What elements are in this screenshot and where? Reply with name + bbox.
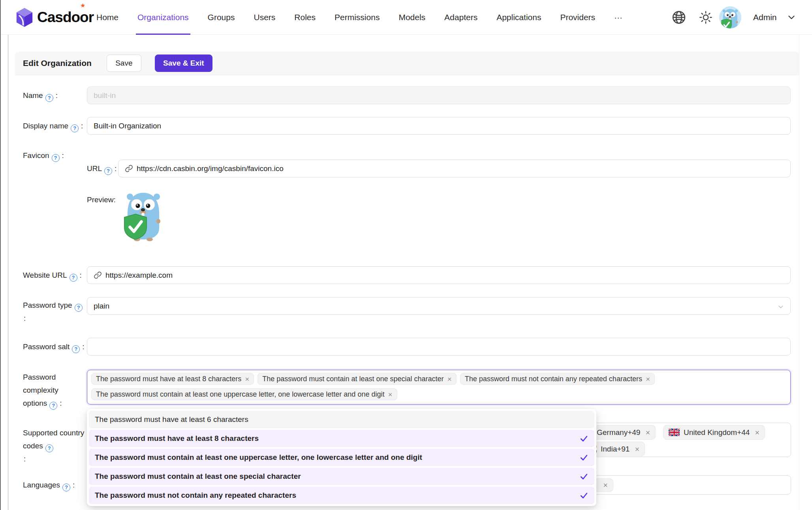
close-icon[interactable]: × <box>645 429 650 437</box>
help-icon[interactable]: ? <box>104 167 112 175</box>
gopher-avatar[interactable] <box>719 6 741 28</box>
favicon-label: Favicon?: <box>23 149 92 162</box>
main-nav-menu: Home Organizations Groups Users Roles Pe… <box>96 0 622 35</box>
casdoor-logo[interactable]: Casdoor ★ <box>16 0 94 35</box>
display-name-input[interactable] <box>87 117 791 135</box>
save-and-exit-button[interactable]: Save & Exit <box>155 55 212 72</box>
nav-item-models[interactable]: Models <box>398 0 425 35</box>
edit-organization-toolbar: Edit Organization Save Save & Exit <box>15 52 799 75</box>
nav-item-providers[interactable]: Providers <box>560 0 595 35</box>
password-salt-label: Password salt?: <box>23 340 96 353</box>
help-icon[interactable]: ? <box>75 304 83 312</box>
window-left-edge <box>0 0 1 510</box>
close-icon[interactable]: × <box>603 481 608 489</box>
country-codes-label: Supported country codes?: <box>23 426 89 465</box>
complexity-tag: The password must contain at least one u… <box>91 388 397 400</box>
close-icon[interactable]: × <box>245 375 249 383</box>
complexity-tag: The password must contain at least one s… <box>258 373 456 385</box>
display-name-label: Display name?: <box>23 119 96 132</box>
nav-item-roles[interactable]: Roles <box>294 0 316 35</box>
nav-item-users[interactable]: Users <box>254 0 275 35</box>
help-icon[interactable]: ? <box>49 402 57 410</box>
help-icon[interactable]: ? <box>72 345 80 353</box>
check-icon <box>579 491 588 500</box>
favicon-preview-image <box>123 190 164 242</box>
website-url-label: Website URL?: <box>23 269 94 282</box>
nav-item-permissions[interactable]: Permissions <box>335 0 380 35</box>
admin-username[interactable]: Admin <box>753 13 777 22</box>
link-icon <box>125 164 133 173</box>
password-type-label: Password type?: <box>23 299 88 325</box>
close-icon[interactable]: × <box>755 429 759 437</box>
chevron-down-icon[interactable] <box>787 13 796 22</box>
check-icon <box>579 434 588 443</box>
close-icon[interactable]: × <box>388 391 392 398</box>
close-icon[interactable]: × <box>447 375 452 383</box>
complexity-tag: The password must have at least 8 charac… <box>91 373 254 385</box>
dropdown-option[interactable]: The password must not contain any repeat… <box>89 487 594 504</box>
help-icon[interactable]: ? <box>45 94 53 102</box>
dropdown-option[interactable]: The password must have at least 6 charac… <box>89 411 594 428</box>
uk-flag-icon <box>669 429 680 436</box>
help-icon[interactable]: ? <box>71 124 79 132</box>
password-type-select[interactable]: plain <box>87 297 791 315</box>
chevron-down-icon <box>778 303 784 312</box>
check-icon <box>579 472 588 481</box>
scrollbar-track-edge[interactable] <box>799 35 799 510</box>
check-icon <box>579 453 588 462</box>
sun-icon[interactable] <box>699 10 713 24</box>
content-left-divider <box>8 35 8 510</box>
password-complexity-multiselect[interactable]: The password must have at least 8 charac… <box>87 370 791 405</box>
brand-name: Casdoor <box>37 9 94 26</box>
languages-label: Languages?: <box>23 478 96 491</box>
top-navbar: Casdoor ★ Home Organizations Groups User… <box>0 0 812 35</box>
save-button[interactable]: Save <box>107 55 141 72</box>
nav-item-adapters[interactable]: Adapters <box>444 0 477 35</box>
casdoor-cube-icon <box>16 8 33 27</box>
nav-item-applications[interactable]: Applications <box>496 0 541 35</box>
nav-item-organizations[interactable]: Organizations <box>137 0 189 35</box>
favicon-url-label: URL?: <box>87 162 122 175</box>
link-icon <box>94 271 102 279</box>
dropdown-option[interactable]: The password must have at least 8 charac… <box>89 430 594 447</box>
password-complexity-dropdown: The password must have at least 6 charac… <box>87 409 596 506</box>
logo-star-icon: ★ <box>80 2 85 9</box>
nav-item-groups[interactable]: Groups <box>208 0 235 35</box>
favicon-url-input[interactable]: https://cdn.casbin.org/img/casbin/favico… <box>118 160 791 177</box>
nav-item-more-ellipsis[interactable]: ··· <box>614 0 622 35</box>
complexity-tag: The password must not contain any repeat… <box>460 373 655 385</box>
navbar-right-cluster: Admin <box>671 0 796 35</box>
nav-item-home[interactable]: Home <box>96 0 118 35</box>
country-tag-uk: United Kingdom+44× <box>663 425 765 440</box>
name-input[interactable] <box>87 87 791 104</box>
dropdown-option[interactable]: The password must contain at least one s… <box>89 468 594 485</box>
globe-icon[interactable] <box>671 10 686 25</box>
dropdown-option[interactable]: The password must contain at least one u… <box>89 449 594 466</box>
name-label: Name?: <box>23 89 92 102</box>
page-title: Edit Organization <box>23 58 92 68</box>
help-icon[interactable]: ? <box>52 154 60 162</box>
close-icon[interactable]: × <box>635 445 639 453</box>
help-icon[interactable]: ? <box>62 484 70 491</box>
help-icon[interactable]: ? <box>70 274 77 282</box>
website-url-input[interactable]: https://example.com <box>87 266 791 284</box>
close-icon[interactable]: × <box>646 375 650 383</box>
password-salt-input[interactable] <box>87 338 791 356</box>
help-icon[interactable]: ? <box>45 444 53 452</box>
password-complexity-label: Password complexity options?: <box>23 371 74 410</box>
